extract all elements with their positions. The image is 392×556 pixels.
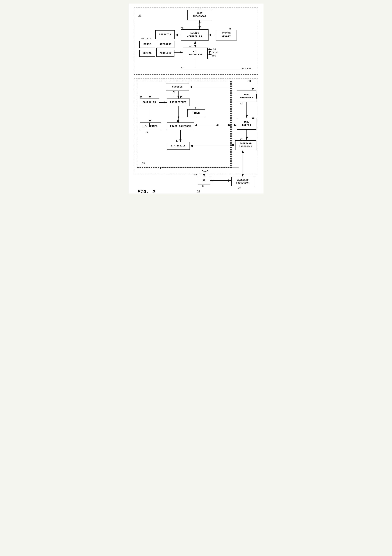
- usb-label: USB: [212, 48, 216, 51]
- ref-32: 32: [198, 8, 201, 10]
- snooper-box: SNOOPER: [166, 83, 189, 91]
- ref-36: 36: [229, 28, 231, 30]
- prioritizer-box: PRIORITIZER: [167, 99, 190, 106]
- timer-box: TIMER: [187, 109, 205, 117]
- system-memory-box: SYSTEM MEMORY: [215, 30, 237, 40]
- baseband-interface-box: BASEBAND INTERFACE: [235, 140, 256, 150]
- statistics-box: STATISTICS: [167, 142, 190, 150]
- serial-box: SERIAL: [139, 50, 155, 57]
- ref-33: 33: [181, 27, 184, 30]
- ref-47: 47: [240, 138, 243, 141]
- host-processor-box: HOST PROCESSOR: [187, 10, 212, 20]
- gpio-label: GPI/O: [212, 52, 218, 54]
- ref-45: 45: [142, 162, 145, 164]
- antenna-symbol: [201, 170, 208, 178]
- lpc-bus-label: LPC BUS: [141, 37, 151, 40]
- page: 31 HOST PROCESSOR 32 SYSTEM CONTROLLER 3…: [129, 4, 263, 193]
- host-interface-box: HOST INTERFACE: [237, 91, 256, 102]
- rf-box: RF: [198, 177, 210, 185]
- ref-46: 46: [252, 117, 254, 120]
- ref-37: 37: [181, 67, 184, 69]
- baseband-processor-box: BASEBAND PROCESSOR: [231, 177, 254, 186]
- ref-53: 53: [248, 80, 251, 83]
- vertical-dashed-divider: [231, 81, 231, 168]
- dma-buffer-box: DMA/ BUFFER: [237, 118, 256, 130]
- ref-41: 41: [240, 103, 243, 105]
- ref-38: 38: [238, 187, 241, 189]
- parallel-box: PARALLEL: [157, 50, 174, 57]
- ref-52: 52: [173, 91, 176, 94]
- ref-40: 40: [194, 174, 197, 176]
- system-controller-box: SYSTEM CONTROLLER: [181, 29, 208, 41]
- mouse-box: MOUSE: [139, 41, 155, 48]
- graphics-box: GRAPHICS: [155, 30, 175, 39]
- ref-50: 50: [140, 96, 142, 99]
- ref-49: 49: [146, 131, 148, 133]
- ref-51: 51: [195, 107, 198, 109]
- io-controller-box: I/O CONTROLLER: [183, 47, 208, 59]
- ref-30: 30: [197, 190, 200, 193]
- ref-34: 34: [189, 46, 192, 48]
- pci-bus-label: PCI BUS: [242, 68, 251, 70]
- keyboard-box: KEYBOARD: [157, 41, 174, 48]
- ide-label: IDE: [212, 55, 216, 57]
- ref-39: 39: [202, 185, 204, 187]
- fig-label: FIG. 2: [138, 189, 155, 194]
- ref-43: 43: [180, 96, 182, 99]
- scheduler-box: SCHEDULER: [140, 99, 159, 106]
- frame-composer-box: FRAME COMPOSER: [167, 123, 194, 130]
- hw-frames-box: H/W FRAMES: [140, 123, 161, 130]
- ref-44: 44: [177, 120, 179, 123]
- ref-48: 48: [176, 140, 178, 142]
- ref-31: 31: [138, 14, 141, 17]
